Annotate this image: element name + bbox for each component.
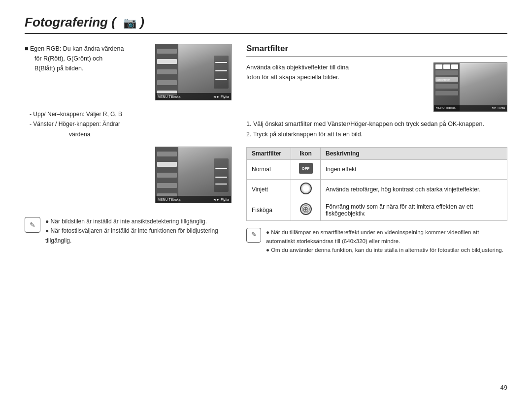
td-filter: Vinjett — [247, 179, 291, 200]
rgb-line2: för R(Rött), G(Grönt) och — [25, 54, 148, 63]
cam-bar-left-2: MENU Tillbaka — [158, 198, 180, 201]
sf-couple — [460, 63, 507, 111]
td-description: Förvräng motiv som är nära för att imite… — [321, 200, 507, 220]
smartfilter-title: Smartfilter — [246, 44, 507, 57]
td-icon — [291, 159, 321, 179]
cam-slider-bar-b2 — [215, 184, 227, 185]
intro-line2: foton för att skapa speciella bilder. — [246, 72, 426, 82]
smartfilter-table: Smartfilter Ikon Beskrivning NormalIngen… — [246, 147, 507, 221]
icon-vinjett-shape — [300, 183, 312, 194]
cam-bar-left-1: MENU Tillbaka — [158, 95, 180, 98]
table-body: NormalIngen effektVinjettAnvända retrofä… — [247, 159, 507, 220]
cam-sidebar-item-active — [157, 59, 177, 64]
camera-icon: 📷 — [123, 17, 136, 30]
sf-menu-1 — [435, 70, 458, 75]
th-ikon-label: Ikon — [299, 150, 312, 157]
right-column: Smartfilter Använda olika objektiveffekt… — [246, 44, 507, 255]
cam-slider-area — [214, 56, 229, 89]
td-description: Ingen effekt — [321, 159, 507, 179]
step-2: 2. Tryck på slutarknappen för att ta en … — [246, 129, 507, 140]
cam-sidebar-2 — [156, 147, 178, 203]
rgb-text-block: ■ Egen RGB: Du kan ändra värdena för R(R… — [25, 44, 148, 100]
step-line3: värdena — [30, 129, 232, 139]
cam-bar-right-1: ◄► Flytta — [213, 95, 229, 98]
spacer-left — [25, 147, 148, 203]
left-middle-text: - Upp/ Ner–knappen: Väljer R, G, B - Vän… — [25, 109, 232, 139]
cam-slider-bar-b — [215, 79, 227, 80]
left-section-bottom: MENU Tillbaka ◄► Flytta — [25, 147, 232, 203]
td-description: Använda retrofärger, hög kontrast och st… — [321, 179, 507, 200]
camera-screenshot-1: MENU Tillbaka ◄► Flytta — [155, 44, 232, 100]
th-beskrivning-label: Beskrivning — [326, 150, 360, 157]
sf-screen-inner: Smartfilter MENU Tillbaka ◄► Flytta — [434, 63, 507, 111]
intro-line1: Använda olika objektiveffekter till dina — [246, 62, 426, 72]
cam-sidebar-item — [157, 69, 177, 74]
content-columns: ■ Egen RGB: Du kan ändra värdena för R(R… — [25, 44, 507, 255]
icon-fiskeye-shape — [300, 203, 312, 215]
cam-slider-bar-r — [215, 62, 227, 63]
th-beskrivning: Beskrivning — [321, 147, 507, 159]
steps-area: 1. Välj önskat smartfilter med Vänster/H… — [246, 119, 507, 140]
sf-item-h2 — [443, 64, 450, 69]
td-icon — [291, 200, 321, 220]
right-note-line1: ● När du tillämpar en smartfiltereffekt … — [266, 228, 507, 246]
cam-sidebar-item — [157, 183, 177, 188]
td-filter: Fisköga — [247, 200, 291, 220]
note-icon-left: ✎ — [25, 217, 40, 233]
note-icon-right: ✎ — [246, 228, 261, 243]
sf-item-h3 — [451, 64, 458, 69]
cam-sidebar-item — [157, 152, 177, 156]
table-row: NormalIngen effekt — [247, 159, 507, 179]
rgb-line3: B(Blått) på bilden. — [25, 63, 148, 73]
sf-sidebar: Smartfilter — [434, 63, 460, 111]
td-icon — [291, 179, 321, 200]
sf-screen-bar: MENU Tillbaka ◄► Flytta — [434, 105, 507, 111]
cam-sidebar-item-active — [157, 162, 177, 167]
cam-screen-bar-1: MENU Tillbaka ◄► Flytta — [156, 93, 231, 100]
sf-bar-right: ◄► Flytta — [491, 106, 505, 111]
cam-slider-bar-g2 — [215, 177, 227, 178]
rgb-line1: ■ Egen RGB: Du kan ändra värdena — [25, 44, 148, 54]
step-line1: - Upp/ Ner–knappen: Väljer R, G, B — [30, 109, 232, 119]
sf-sidebar-row-1 — [435, 64, 458, 69]
right-note-text: ● När du tillämpar en smartfiltereffekt … — [266, 228, 507, 255]
cam-sidebar-item — [157, 49, 177, 54]
right-note-line2: ● Om du använder denna funktion, kan du … — [266, 246, 507, 254]
right-note-box: ✎ ● När du tillämpar en smartfiltereffek… — [246, 228, 507, 255]
sf-menu-4 — [435, 91, 458, 95]
cam-slider-bar-r2 — [215, 168, 227, 169]
cam-bar-right-2: ◄► Flytta — [213, 198, 229, 201]
page-title: Fotografering ( 📷 ) — [25, 15, 144, 30]
table-row: FiskögaFörvräng motiv som är nära för at… — [247, 200, 507, 220]
table-row: VinjettAnvända retrofärger, hög kontrast… — [247, 179, 507, 200]
cam-sidebar-item — [157, 80, 177, 85]
th-smartfilter: Smartfilter — [247, 147, 291, 159]
camera-screenshot-2: MENU Tillbaka ◄► Flytta — [155, 147, 232, 203]
note-text-left: ● När bildstilen är inställd är inte ans… — [45, 217, 232, 246]
step-line2: - Vänster / Höger-knappen: Ändrar — [30, 119, 232, 129]
table-header: Smartfilter Ikon Beskrivning — [247, 147, 507, 159]
cam-slider-area-2 — [214, 158, 229, 192]
cam-screen-bar-2: MENU Tillbaka ◄► Flytta — [156, 196, 231, 203]
page-number: 49 — [500, 384, 507, 391]
intro-words: Använda olika objektiveffekter till dina… — [246, 62, 426, 112]
th-smartfilter-label: Smartfilter — [252, 150, 281, 157]
left-column: ■ Egen RGB: Du kan ändra värdena för R(R… — [25, 44, 232, 255]
page-header: Fotografering ( 📷 ) — [25, 15, 507, 34]
title-end: ) — [140, 15, 144, 30]
cam-slider-bar-g — [215, 70, 227, 71]
cam-sidebar-item — [157, 173, 177, 178]
sf-bar-left: MENU Tillbaka — [436, 106, 456, 111]
page: Fotografering ( 📷 ) ■ Egen RGB: Du kan ä… — [0, 0, 532, 401]
cam-sidebar-1 — [156, 44, 178, 100]
note-left-line2: ● När fotostilsväljaren är inställd är i… — [45, 226, 232, 245]
td-filter: Normal — [247, 159, 291, 179]
left-section-top: ■ Egen RGB: Du kan ändra värdena för R(R… — [25, 44, 232, 100]
smartfilter-screenshot: Smartfilter MENU Tillbaka ◄► Flytta — [433, 62, 507, 112]
title-text: Fotografering ( — [25, 15, 116, 30]
note-left-line1: ● När bildstilen är inställd är inte ans… — [45, 217, 232, 226]
sf-menu-2: Smartfilter — [435, 77, 458, 82]
th-ikon: Ikon — [291, 147, 321, 159]
intro-text-area: Använda olika objektiveffekter till dina… — [246, 62, 507, 112]
sf-menu-3 — [435, 84, 458, 89]
